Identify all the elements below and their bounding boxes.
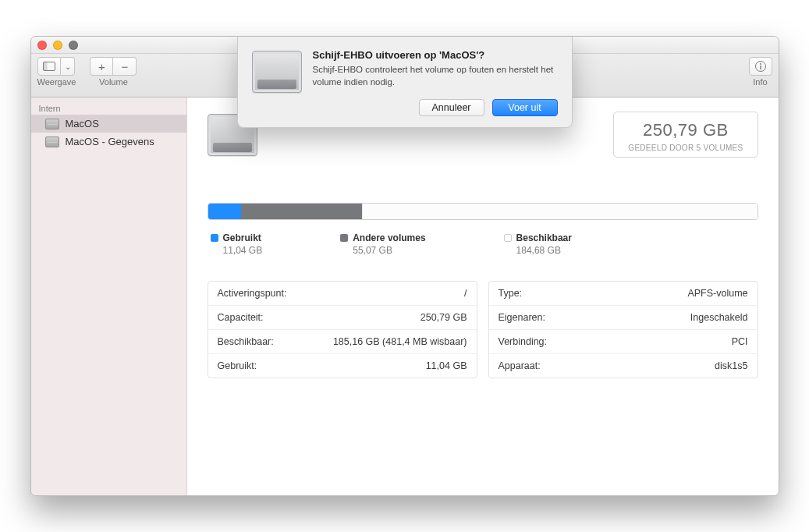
dialog-title: Schijf-EHBO uitvoeren op 'MacOS'? (313, 49, 558, 61)
toolbar-info-label: Info (753, 77, 767, 87)
swatch-other (340, 234, 348, 242)
capacity-box: 250,79 GB GEDEELD DOOR 5 VOLUMES (613, 112, 758, 158)
detail-key: Gebruikt: (218, 360, 257, 371)
swatch-used (211, 234, 218, 242)
detail-value: 250,79 GB (420, 312, 467, 323)
detail-row: Apparaat: disk1s5 (489, 353, 758, 378)
detail-value: disk1s5 (715, 360, 747, 371)
detail-value: / (464, 288, 467, 299)
legend-used-value: 11,04 GB (211, 245, 263, 256)
detail-key: Type: (499, 288, 523, 299)
details-table: Activeringspunt: / Capaciteit: 250,79 GB… (208, 281, 758, 378)
sidebar-item-label: MacOS - Gegevens (66, 136, 154, 147)
plus-icon: + (98, 60, 105, 73)
capacity-subtitle: GEDEELD DOOR 5 VOLUMES (628, 144, 743, 152)
toolbar-group-volume: + − Volume (90, 57, 137, 87)
detail-row: Eigenaren: Ingeschakeld (489, 305, 758, 329)
legend-used: Gebruikt 11,04 GB (211, 232, 263, 256)
info-button[interactable] (749, 57, 772, 76)
detail-key: Capaciteit: (218, 312, 264, 323)
capacity-value: 250,79 GB (628, 120, 743, 140)
body: Intern MacOS MacOS - Gegevens 250,79 GB … (31, 98, 779, 495)
usage-segment-other (241, 204, 362, 219)
legend-other: Andere volumes 55,07 GB (340, 232, 425, 256)
legend-used-label: Gebruikt (223, 232, 261, 243)
toolbar-group-info: Info (749, 57, 772, 87)
minimize-window-button[interactable] (53, 41, 62, 50)
sidebar-item-label: MacOS (66, 118, 99, 129)
details-col-right: Type: APFS-volume Eigenaren: Ingeschakel… (488, 281, 758, 378)
volume-remove-button[interactable]: − (113, 57, 137, 76)
run-button[interactable]: Voer uit (492, 99, 558, 116)
main-content: 250,79 GB GEDEELD DOOR 5 VOLUMES Gebruik… (187, 98, 779, 495)
usage-segment-used (208, 204, 241, 219)
legend-free: Beschikbaar 184,68 GB (504, 232, 572, 256)
detail-row: Verbinding: PCI (489, 329, 758, 353)
zoom-window-button[interactable] (69, 41, 78, 50)
disk-utility-window: Schijfhulpprogramma ⌄ Weergave + (30, 36, 779, 496)
hard-drive-icon (45, 119, 59, 129)
legend-other-value: 55,07 GB (340, 245, 425, 256)
detail-key: Apparaat: (499, 360, 541, 371)
dialog-body: Schijf-EHBO controleert het volume op fo… (313, 64, 558, 88)
detail-key: Verbinding: (499, 336, 548, 347)
sidebar-item-macos-data[interactable]: MacOS - Gegevens (31, 133, 186, 151)
toolbar-view-label: Weergave (37, 77, 76, 87)
volume-add-button[interactable]: + (90, 57, 113, 76)
info-icon (754, 60, 767, 73)
details-col-left: Activeringspunt: / Capaciteit: 250,79 GB… (208, 281, 477, 378)
svg-point-8 (760, 63, 761, 65)
traffic-lights (37, 37, 78, 53)
legend-free-label: Beschikbaar (516, 232, 572, 243)
toolbar-volume-label: Volume (99, 77, 128, 87)
hard-drive-icon (45, 137, 59, 147)
legend-free-value: 184,68 GB (504, 245, 572, 256)
minus-icon: − (122, 60, 129, 73)
sidebar-section-internal: Intern (31, 101, 186, 115)
svg-rect-9 (760, 66, 761, 69)
chevron-down-icon: ⌄ (65, 62, 71, 71)
toolbar-group-view: ⌄ Weergave (37, 57, 76, 87)
swatch-free (504, 234, 512, 242)
view-sidebar-button[interactable] (37, 57, 61, 76)
detail-value: PCI (732, 336, 748, 347)
cancel-button[interactable]: Annuleer (419, 99, 484, 116)
detail-value: 11,04 GB (426, 360, 467, 371)
detail-row: Beschikbaar: 185,16 GB (481,4 MB wisbaar… (208, 329, 477, 353)
detail-key: Beschikbaar: (218, 336, 274, 347)
detail-row: Gebruikt: 11,04 GB (208, 353, 477, 378)
hard-drive-large-icon (252, 51, 302, 93)
close-window-button[interactable] (37, 41, 47, 50)
detail-value: APFS-volume (687, 288, 747, 299)
view-menu-button[interactable]: ⌄ (61, 57, 75, 76)
detail-row: Capaciteit: 250,79 GB (208, 305, 477, 329)
sidebar-item-macos[interactable]: MacOS (31, 115, 186, 133)
sidebar: Intern MacOS MacOS - Gegevens (31, 98, 187, 495)
sidebar-icon (43, 62, 55, 71)
legend-other-label: Andere volumes (353, 232, 425, 243)
usage-legend: Gebruikt 11,04 GB Andere volumes 55,07 G… (208, 231, 758, 256)
first-aid-confirm-sheet: Schijf-EHBO uitvoeren op 'MacOS'? Schijf… (237, 37, 573, 128)
svg-rect-1 (44, 62, 48, 71)
detail-value: 185,16 GB (481,4 MB wisbaar) (333, 336, 467, 347)
usage-segment-free (362, 204, 758, 219)
detail-value: Ingeschakeld (690, 312, 748, 323)
detail-row: Activeringspunt: / (208, 282, 477, 305)
detail-row: Type: APFS-volume (489, 282, 758, 305)
detail-key: Activeringspunt: (218, 288, 287, 299)
usage-bar (208, 203, 758, 220)
detail-key: Eigenaren: (499, 312, 545, 323)
